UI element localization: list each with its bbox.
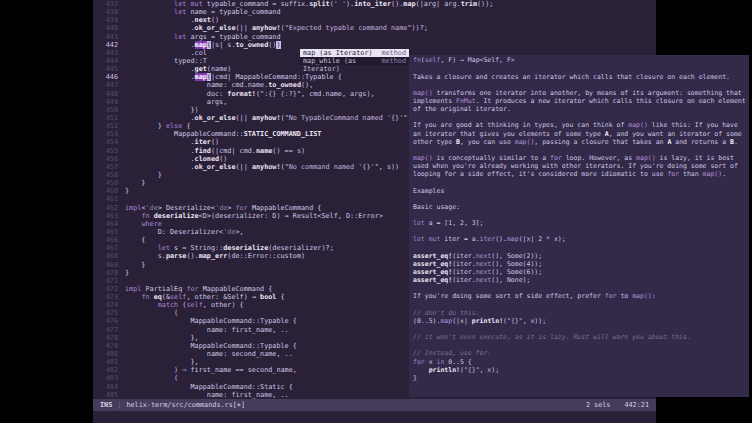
code-token: deserialize xyxy=(223,244,268,252)
code-token xyxy=(125,220,141,228)
code-token: ok_or_else xyxy=(195,24,236,32)
code-token: bool xyxy=(260,293,276,301)
code-token: fn xyxy=(141,212,149,220)
code-token: , other) { xyxy=(203,301,244,309)
line-number: 455 xyxy=(93,147,125,155)
code-text: .ok_or_else(|| anyhow!("Expected typable… xyxy=(125,24,428,32)
code-token: Basic usage: xyxy=(413,203,460,211)
code-text: }, xyxy=(125,358,199,366)
code-token: STATIC_COMMAND_LIST xyxy=(244,130,322,138)
doc-line: of the original iterator. xyxy=(413,105,745,113)
doc-line: assert_eq!(iter.next(), Some(2)); xyxy=(413,252,745,260)
code-token: PartialEq xyxy=(141,285,186,293)
completion-item[interactable]: map (as Iterator)method xyxy=(300,49,409,57)
code-token: () xyxy=(219,155,227,163)
line-number: 447 xyxy=(93,81,125,89)
code-token: for xyxy=(413,358,425,366)
doc-panel[interactable]: fn(self, F) → Map<Self, F>Takes a closur… xyxy=(409,55,749,397)
line-number: 451 xyxy=(93,114,125,122)
code-token: MappableCommand::Typable { xyxy=(125,317,297,325)
code-token: where xyxy=(141,220,161,228)
code-token: impl xyxy=(125,285,141,293)
code-token: args = typable_command xyxy=(186,33,280,41)
code-token: (). xyxy=(495,235,507,243)
code-token: ) xyxy=(276,41,280,49)
code-token: for xyxy=(667,170,679,178)
code-token: If you are good at thinking in types, yo… xyxy=(413,121,628,129)
code-token: ). xyxy=(346,0,354,8)
code-token: , s)) xyxy=(379,163,399,171)
doc-line: an iterator that gives you elements of s… xyxy=(413,130,745,138)
code-text: MappableCommand::STATIC_COMMAND_LIST xyxy=(125,130,321,138)
code-token xyxy=(125,0,174,8)
code-token: (deserializer)?; xyxy=(268,244,333,252)
code-text: } xyxy=(125,171,162,179)
code-token: name: second_name, .. xyxy=(125,350,293,358)
code-token: . xyxy=(125,41,195,49)
code-text: typed::T xyxy=(125,57,207,65)
line-number: 459 xyxy=(93,179,125,187)
doc-line: used when you're already working with ot… xyxy=(413,162,745,170)
command-line[interactable] xyxy=(93,411,656,423)
code-token: map() xyxy=(628,121,648,129)
code-text: name: first_name, .. xyxy=(125,326,289,334)
code-token: (), Some(2)); xyxy=(491,252,542,260)
code-token: , passing a closure that takes an xyxy=(534,138,667,146)
code-token: (0..5). xyxy=(413,317,440,325)
code-token: next xyxy=(476,260,492,268)
line-number: 481 xyxy=(93,358,125,366)
code-line[interactable]: 439 .next() xyxy=(93,16,656,24)
code-token: (), Some(4)); xyxy=(491,260,542,268)
code-line[interactable]: 441 let args = typable_command xyxy=(93,33,656,41)
line-number: 452 xyxy=(93,122,125,130)
code-token: . xyxy=(125,16,195,24)
lsp-spinner-icon: ¦ xyxy=(117,401,121,409)
code-token: } xyxy=(125,179,145,187)
code-token: () xyxy=(211,16,219,24)
doc-line: map() is conceptually similar to a for l… xyxy=(413,154,745,162)
code-token: next xyxy=(476,276,492,284)
completion-popup[interactable]: map (as Iterator)methodmap_while (as Ite… xyxy=(300,49,409,65)
line-number: 439 xyxy=(93,16,125,24)
code-text: s.parse().map_err(de::Error::custom) xyxy=(125,252,305,260)
code-token: (). xyxy=(186,252,198,260)
code-token: than xyxy=(679,170,702,178)
code-text: where xyxy=(125,220,162,228)
code-token: .col xyxy=(125,49,207,57)
code-token: map xyxy=(440,317,452,325)
doc-line: implements FnMut. It produces a new iter… xyxy=(413,97,745,105)
code-token: into_iter xyxy=(354,0,391,8)
code-token: (|| xyxy=(236,24,252,32)
doc-line: assert_eq!(iter.next(), Some(4)); xyxy=(413,260,745,268)
line-number: 465 xyxy=(93,228,125,236)
code-token: anyhow! xyxy=(252,114,281,122)
code-token: } xyxy=(125,261,145,269)
line-number: 485 xyxy=(93,391,125,399)
doc-line xyxy=(413,113,745,121)
code-token: , cmd.name, args), xyxy=(301,90,375,98)
code-text: ( xyxy=(125,309,178,317)
completion-item[interactable]: map_while (as Iterator)method xyxy=(300,57,409,65)
completion-kind: method xyxy=(381,57,406,65)
code-token: (|cmd| cmd. xyxy=(211,147,256,155)
code-token: self xyxy=(425,56,441,64)
code-line[interactable]: 440 .ok_or_else(|| anyhow!("Expected typ… xyxy=(93,24,656,32)
code-text: .find(|cmd| cmd.name() == s) xyxy=(125,147,305,155)
code-token: println! xyxy=(429,366,460,374)
code-text: name: second_name, .. xyxy=(125,350,293,358)
code-token: eq xyxy=(154,293,162,301)
code-token: }, xyxy=(125,358,199,366)
code-line[interactable]: 438 let name = typable_command xyxy=(93,8,656,16)
line-number: 456 xyxy=(93,155,125,163)
code-token: { xyxy=(276,293,284,301)
code-line[interactable]: 442 .map(|s| s.to_owned()) xyxy=(93,41,656,49)
code-token: |s| s. xyxy=(211,41,236,49)
code-token: (iter. xyxy=(452,268,475,276)
code-token: else xyxy=(166,122,182,130)
doc-line: map() transforms one iterator into anoth… xyxy=(413,89,745,97)
code-token: format! xyxy=(227,90,256,98)
doc-line xyxy=(413,284,745,292)
doc-line: } xyxy=(413,374,745,382)
doc-line xyxy=(413,178,745,186)
code-line[interactable]: 437 let mut typable_command = suffix.spl… xyxy=(93,0,656,8)
